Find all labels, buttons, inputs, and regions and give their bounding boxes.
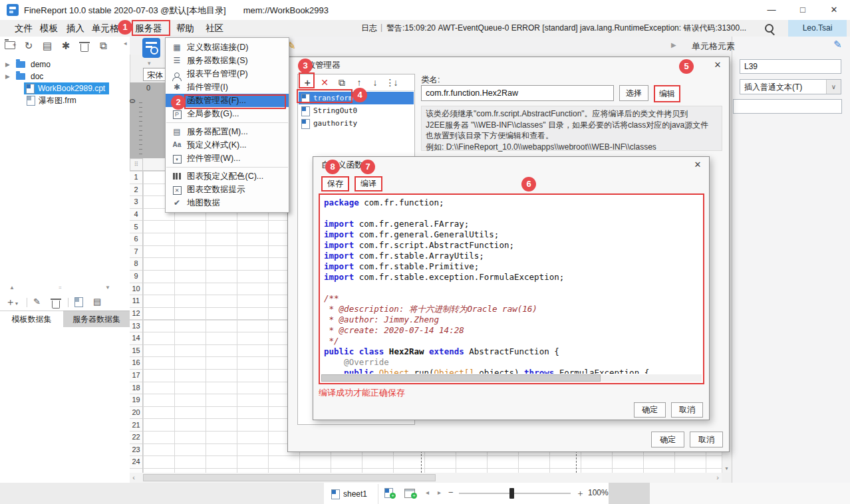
cell-ref-input[interactable]: L39 bbox=[740, 59, 841, 74]
save-button[interactable]: 保存 bbox=[321, 176, 349, 191]
sidebar-collapse-icon[interactable]: ◂ bbox=[124, 40, 127, 47]
function-item-gauthority[interactable]: gauthority bbox=[299, 117, 414, 130]
remove-function-icon[interactable]: ✕ bbox=[318, 76, 331, 89]
close-icon[interactable]: ✕ bbox=[692, 160, 704, 170]
code-hscrollbar[interactable] bbox=[321, 374, 702, 382]
expand-icon[interactable]: ▶ bbox=[5, 70, 10, 82]
row-header-22[interactable]: 22 bbox=[130, 431, 142, 443]
menu-item-global-param[interactable]: P全局参数(G)... bbox=[166, 107, 289, 120]
add-function-icon[interactable]: ＋ bbox=[301, 76, 314, 89]
row-header-12[interactable]: 12 bbox=[130, 307, 142, 319]
row-header-24[interactable]: 24 bbox=[130, 455, 142, 467]
delete-trash-icon[interactable] bbox=[77, 42, 92, 55]
menu-item-data-connection[interactable]: ▦定义数据连接(D) bbox=[166, 41, 289, 54]
sheet-next-icon[interactable]: ▸ bbox=[438, 489, 441, 504]
move-down-icon[interactable]: ↓ bbox=[368, 76, 382, 89]
tree-view-icon[interactable]: ▤ bbox=[40, 39, 55, 53]
refresh-icon[interactable]: ↻ bbox=[21, 39, 36, 53]
scroll-left-icon[interactable]: ‹ bbox=[130, 473, 138, 483]
row-header-15[interactable]: 15 bbox=[130, 344, 142, 356]
file-WorkBook2989.cpt[interactable]: WorkBook2989.cpt bbox=[0, 82, 130, 94]
row-headers[interactable]: 123456789101112131415161718192021222324 bbox=[130, 171, 143, 473]
minimize-button[interactable]: — bbox=[762, 3, 781, 17]
log-label[interactable]: 日志 bbox=[361, 23, 377, 35]
row-header-1[interactable]: 1 bbox=[130, 171, 142, 183]
cell-edit-pencil-icon[interactable]: ✎ bbox=[833, 39, 842, 51]
row-header-11[interactable]: 11 bbox=[130, 295, 142, 307]
panel-splitter[interactable]: ▲ = ▼ bbox=[0, 285, 130, 293]
menu-item-2[interactable]: 插入 bbox=[67, 22, 84, 35]
add-form-icon[interactable]: + bbox=[404, 489, 415, 501]
row-header-3[interactable]: 3 bbox=[130, 195, 142, 207]
row-header-19[interactable]: 19 bbox=[130, 394, 142, 406]
maximize-button[interactable]: □ bbox=[793, 3, 813, 17]
tab-server-datasets[interactable]: 服务器数据集 bbox=[63, 311, 130, 327]
chevron-down-icon[interactable]: ∨ bbox=[826, 80, 841, 94]
zoom-in-icon[interactable]: ＋ bbox=[576, 487, 585, 504]
zoom-slider-track[interactable] bbox=[459, 493, 571, 494]
classname-field[interactable]: com.fr.function.Hex2Raw bbox=[421, 85, 614, 101]
row-header-21[interactable]: 21 bbox=[130, 419, 142, 431]
zoom-slider-thumb[interactable] bbox=[509, 488, 514, 499]
add-worksheet-icon[interactable]: + bbox=[384, 488, 393, 501]
hscroll-thumb[interactable] bbox=[143, 474, 436, 481]
row-header-2[interactable]: 2 bbox=[130, 184, 142, 195]
expand-icon[interactable]: ▶ bbox=[5, 59, 10, 70]
edit-dataset-icon[interactable]: ✎ bbox=[33, 297, 41, 307]
menu-item-server-config[interactable]: ▤服务器配置(M)... bbox=[166, 125, 289, 138]
select-all-corner[interactable]: ⠿ bbox=[130, 158, 143, 171]
file-doc[interactable]: ▶doc bbox=[0, 70, 130, 82]
insert-type-select[interactable]: 插入普通文本(T) ∨ bbox=[740, 79, 841, 94]
menu-item-5[interactable]: 帮助 bbox=[176, 22, 194, 35]
function-item-StringOut0[interactable]: StringOut0 bbox=[299, 104, 414, 117]
cell-value-input[interactable] bbox=[733, 99, 842, 114]
dataset-connection-icon[interactable]: ▤ bbox=[93, 297, 101, 307]
edit-button[interactable]: 编辑 bbox=[654, 85, 680, 102]
row-header-7[interactable]: 7 bbox=[130, 245, 142, 257]
row-header-16[interactable]: 16 bbox=[130, 356, 142, 368]
panel-collapse-icon[interactable]: ▶ bbox=[671, 41, 676, 49]
menu-item-predefined-style[interactable]: Aa预定义样式(K)... bbox=[166, 138, 289, 152]
row-header-5[interactable]: 5 bbox=[130, 221, 142, 233]
menu-item-server-dataset[interactable]: ☰服务器数据集(S) bbox=[166, 54, 289, 67]
menu-item-map-data[interactable]: ✔地图数据 bbox=[166, 196, 289, 209]
search-icon[interactable] bbox=[765, 24, 774, 33]
menu-server[interactable]: 服务器 bbox=[135, 22, 162, 35]
row-header-6[interactable]: 6 bbox=[130, 233, 142, 245]
zoom-out-icon[interactable]: − bbox=[448, 487, 454, 504]
scroll-down-icon[interactable]: ▾ bbox=[722, 464, 731, 473]
row-header-9[interactable]: 9 bbox=[130, 270, 142, 282]
settings-gear-icon[interactable]: ✱ bbox=[59, 39, 73, 53]
row-header-18[interactable]: 18 bbox=[130, 382, 142, 394]
ok-button[interactable]: 确定 bbox=[651, 432, 684, 447]
row-header-13[interactable]: 13 bbox=[130, 320, 142, 332]
menu-item-widget-manage[interactable]: ▾控件管理(W)... bbox=[166, 152, 289, 165]
horizontal-scrollbar[interactable]: ‹ › bbox=[130, 473, 722, 483]
sort-icon[interactable]: ⋮↓ bbox=[384, 76, 398, 89]
close-icon[interactable]: ✕ bbox=[712, 60, 724, 70]
cancel-button[interactable]: 取消 bbox=[690, 432, 723, 447]
file-瀑布图.frm[interactable]: 瀑布图.frm bbox=[0, 94, 130, 106]
menu-item-chart-empty[interactable]: ✕图表空数据提示 bbox=[166, 183, 289, 196]
code-editor[interactable]: package com.fr.function; import com.fr.g… bbox=[319, 193, 704, 384]
cancel-button[interactable]: 取消 bbox=[671, 402, 703, 418]
row-header-4[interactable]: 4 bbox=[130, 208, 142, 220]
row-header-17[interactable]: 17 bbox=[130, 369, 142, 381]
row-header-20[interactable]: 20 bbox=[130, 406, 142, 418]
user-account-chip[interactable]: Leo.Tsai bbox=[788, 20, 847, 37]
sheet-prev-icon[interactable]: ◂ bbox=[426, 489, 429, 504]
close-button[interactable]: ✕ bbox=[824, 3, 844, 17]
menu-item-6[interactable]: 社区 bbox=[206, 22, 223, 35]
code-hscroll-thumb[interactable] bbox=[321, 374, 601, 382]
move-up-icon[interactable]: ↑ bbox=[353, 76, 366, 89]
compile-button[interactable]: 编译 bbox=[354, 176, 382, 191]
menu-item-plugin[interactable]: ✱插件管理(I) bbox=[166, 80, 289, 94]
preview-dataset-icon[interactable] bbox=[74, 297, 83, 310]
menu-item-1[interactable]: 模板 bbox=[40, 22, 58, 35]
copy-function-icon[interactable]: ⧉ bbox=[335, 76, 349, 89]
tab-template-datasets[interactable]: 模板数据集 bbox=[0, 311, 63, 327]
file-demo[interactable]: ▶demo bbox=[0, 59, 130, 70]
row-header-10[interactable]: 10 bbox=[130, 283, 142, 295]
delete-dataset-icon[interactable] bbox=[52, 299, 60, 311]
row-header-14[interactable]: 14 bbox=[130, 332, 142, 344]
